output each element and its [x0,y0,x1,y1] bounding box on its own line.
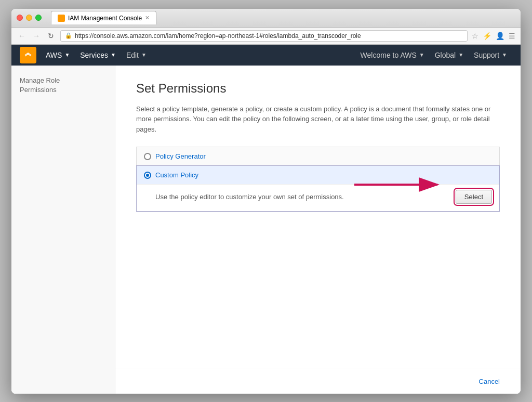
select-button[interactable]: Select [456,190,492,204]
svg-rect-0 [23,50,33,60]
description-text: Select a policy template, generate a pol… [136,104,500,135]
lock-icon: 🔒 [65,32,72,39]
traffic-lights [17,15,42,21]
page-title: Set Permissions [136,81,500,96]
policy-generator-option[interactable]: Policy Generator [136,147,500,166]
tab-title: IAM Management Console [68,15,142,22]
support-chevron-icon: ▼ [502,52,507,58]
address-actions: ☆ ⚡ 👤 ☰ [472,32,515,40]
tab-bar: IAM Management Console ✕ [51,11,515,24]
aws-chevron-icon: ▼ [64,52,70,58]
custom-policy-radio[interactable] [144,172,151,179]
welcome-chevron-icon: ▼ [419,52,424,58]
custom-policy-desc: Use the policy editor to customize your … [155,193,344,201]
edit-menu-item[interactable]: Edit ▼ [121,45,152,66]
forward-button[interactable]: → [31,31,42,41]
account-icon[interactable]: 👤 [496,32,504,40]
title-bar: IAM Management Console ✕ [11,9,521,28]
minimize-button[interactable] [26,15,32,21]
sidebar: Manage Role Permissions [11,66,115,394]
maximize-button[interactable] [35,15,42,21]
global-chevron-icon: ▼ [458,52,463,58]
aws-logo[interactable] [20,47,36,63]
footer-area: Cancel [115,369,521,394]
aws-navbar: AWS ▼ Services ▼ Edit ▼ Welcome to AWS ▼… [11,45,521,66]
support-menu-item[interactable]: Support ▼ [469,45,512,66]
welcome-menu-item[interactable]: Welcome to AWS ▼ [355,45,430,66]
custom-policy-header[interactable]: Custom Policy [137,166,499,184]
refresh-button[interactable]: ↻ [46,31,56,41]
cancel-link[interactable]: Cancel [479,378,500,385]
policy-options: Policy Generator Custom Policy Use the [136,147,500,212]
tab-close-icon[interactable]: ✕ [145,15,150,21]
services-menu-item[interactable]: Services ▼ [75,45,121,66]
main-content-wrapper: Set Permissions Select a policy template… [115,66,521,394]
policy-generator-label: Policy Generator [155,152,206,160]
nav-right: Welcome to AWS ▼ Global ▼ Support ▼ [355,45,512,66]
menu-icon[interactable]: ☰ [509,32,515,40]
sidebar-item-manage-role[interactable]: Manage Role Permissions [20,76,107,95]
tab-favicon [58,15,65,22]
custom-policy-option[interactable]: Custom Policy Use the policy editor to c… [136,165,500,212]
address-bar: ← → ↻ 🔒 https://console.aws.amazon.com/i… [11,28,521,45]
close-button[interactable] [17,15,23,21]
main-panel: Set Permissions Select a policy template… [115,66,521,369]
services-chevron-icon: ▼ [111,52,116,58]
custom-policy-label: Custom Policy [155,171,198,179]
global-menu-item[interactable]: Global ▼ [430,45,469,66]
policy-generator-header[interactable]: Policy Generator [137,147,499,165]
active-tab[interactable]: IAM Management Console ✕ [51,11,156,24]
edit-chevron-icon: ▼ [141,52,147,58]
policy-generator-radio[interactable] [144,153,151,160]
browser-window: IAM Management Console ✕ ← → ↻ 🔒 https:/… [11,9,521,394]
url-bar[interactable]: 🔒 https://console.aws.amazon.com/iam/hom… [60,30,468,42]
radio-fill [146,174,149,177]
content-area: Manage Role Permissions Set Permissions … [11,66,521,394]
extension-icon[interactable]: ⚡ [483,32,491,40]
aws-menu-item[interactable]: AWS ▼ [41,45,75,66]
back-button[interactable]: ← [17,31,27,41]
url-text: https://console.aws.amazon.com/iam/home?… [75,32,361,40]
bookmark-icon[interactable]: ☆ [472,32,478,40]
custom-policy-body: Use the policy editor to customize your … [137,184,499,211]
